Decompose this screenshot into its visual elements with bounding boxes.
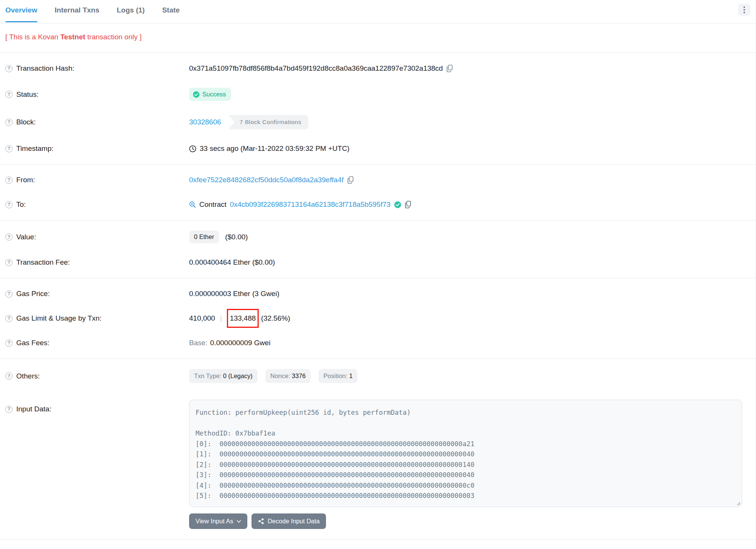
block-number-link[interactable]: 30328606 [189, 118, 221, 126]
transaction-hash-value: 0x371a51097fb78df856f8b4a7bd459f192d8cc8… [189, 64, 443, 73]
footer-divider [0, 539, 756, 549]
row-to: ? To: Contract 0x4cb093f226983713164a621… [0, 199, 756, 210]
tabs: Overview Internal Txns Logs (1) State [5, 6, 197, 22]
zoom-in-icon[interactable] [189, 201, 196, 208]
row-others: ? Others: Txn Type: 0 (Legacy) Nonce: 33… [0, 369, 756, 383]
row-gas-fees: ? Gas Fees: Base: 0.000000009 Gwei [0, 338, 756, 348]
notice-bold: Testnet [60, 33, 85, 41]
kebab-icon [744, 6, 745, 8]
usd-value: ($0.00) [225, 233, 248, 241]
tab-internal-txns[interactable]: Internal Txns [55, 6, 99, 22]
help-icon[interactable]: ? [5, 233, 12, 240]
row-label: Block: [16, 118, 36, 126]
row-label: Gas Fees: [16, 339, 50, 347]
check-circle-icon [193, 91, 200, 98]
gas-limit-value: 410,000 [189, 314, 215, 323]
notice-suffix: transaction only ] [85, 33, 142, 41]
status-text: Success [202, 91, 226, 98]
row-transaction-hash: ? Transaction Hash: 0x371a51097fb78df856… [0, 63, 756, 74]
input-data-code: Function: performUpkeep(uint256 id, byte… [196, 408, 736, 501]
view-input-as-button[interactable]: View Input As [189, 513, 247, 529]
copy-icon[interactable] [347, 176, 354, 184]
row-value: ? Value: 0 Ether ($0.00) [0, 231, 756, 243]
help-icon[interactable]: ? [5, 315, 12, 322]
help-icon[interactable]: ? [5, 406, 12, 413]
gas-price-value: 0.000000003 Ether (3 Gwei) [189, 290, 279, 298]
row-label: Status: [16, 90, 39, 99]
help-icon[interactable]: ? [5, 340, 12, 347]
section-value: ? Value: 0 Ether ($0.00) ? Transaction F… [0, 220, 756, 278]
decode-input-data-button[interactable]: Decode Input Data [251, 513, 326, 529]
gas-used-annotation-box: 133,488 [227, 309, 259, 328]
input-data-buttons: View Input As Decode Input Data [189, 513, 742, 529]
gas-used-percent: (32.56%) [261, 314, 290, 323]
input-data-textarea[interactable]: Function: performUpkeep(uint256 id, byte… [189, 400, 742, 507]
row-gas-price: ? Gas Price: 0.000000003 Ether (3 Gwei) [0, 288, 756, 299]
row-from: ? From: 0xfee7522e8482682cf50ddc50a0f8da… [0, 175, 756, 185]
row-label: Input Data: [16, 405, 51, 413]
row-input-data: ? Input Data: Function: performUpkeep(ui… [0, 400, 756, 529]
row-label: From: [16, 176, 35, 184]
txn-type-badge: Txn Type: 0 (Legacy) [189, 369, 258, 383]
more-options-button[interactable] [738, 4, 750, 16]
chevron-down-icon [237, 520, 241, 523]
row-timestamp: ? Timestamp: 33 secs ago (Mar-11-2022 03… [0, 143, 756, 154]
to-address-link[interactable]: 0x4cb093f226983713164a62138c3f718a5b595f… [230, 200, 391, 209]
help-icon[interactable]: ? [5, 119, 12, 126]
help-icon[interactable]: ? [5, 91, 12, 98]
tab-logs[interactable]: Logs (1) [117, 6, 145, 22]
row-label: Transaction Hash: [16, 64, 74, 73]
section-addresses: ? From: 0xfee7522e8482682cf50ddc50a0f8da… [0, 164, 756, 220]
tab-bar: Overview Internal Txns Logs (1) State [0, 0, 756, 23]
row-label: Value: [16, 233, 36, 241]
row-status: ? Status: Success [0, 88, 756, 101]
help-icon[interactable]: ? [5, 65, 12, 72]
copy-icon[interactable] [446, 65, 453, 72]
help-icon[interactable]: ? [5, 290, 12, 298]
help-icon[interactable]: ? [5, 145, 12, 152]
section-gas: ? Gas Price: 0.000000003 Ether (3 Gwei) … [0, 278, 756, 358]
notice-prefix: [ This is a Kovan [5, 33, 60, 41]
transaction-fee-value: 0.000400464 Ether ($0.00) [189, 258, 275, 267]
position-badge: Position: 1 [318, 369, 357, 383]
help-icon[interactable]: ? [5, 201, 12, 208]
decode-icon [258, 518, 264, 524]
nonce-badge: Nonce: 3376 [265, 369, 311, 383]
base-fee-label: Base: [189, 339, 208, 347]
help-icon[interactable]: ? [5, 177, 12, 184]
row-transaction-fee: ? Transaction Fee: 0.000400464 Ether ($0… [0, 257, 756, 268]
base-fee-value: 0.000000009 Gwei [210, 339, 271, 347]
testnet-notice: [ This is a Kovan Testnet transaction on… [0, 23, 756, 53]
block-confirmations-badge: 7 Block Confirmations [228, 115, 308, 129]
row-label: Transaction Fee: [16, 258, 70, 267]
tab-overview[interactable]: Overview [5, 6, 37, 22]
help-icon[interactable]: ? [5, 372, 12, 380]
section-main: ? Transaction Hash: 0x371a51097fb78df856… [0, 53, 756, 164]
row-label: Gas Limit & Usage by Txn: [16, 314, 102, 323]
help-icon[interactable]: ? [5, 259, 12, 266]
section-others: ? Others: Txn Type: 0 (Legacy) Nonce: 33… [0, 358, 756, 539]
gas-separator: | [219, 314, 224, 323]
resize-grip-icon[interactable] [735, 500, 740, 506]
contract-word: Contract [199, 200, 227, 209]
tab-state[interactable]: State [162, 6, 180, 22]
copy-icon[interactable] [405, 201, 411, 208]
verified-check-icon [394, 201, 401, 208]
row-block: ? Block: 30328606 7 Block Confirmations [0, 115, 756, 129]
row-label: To: [16, 200, 26, 209]
clock-icon [189, 145, 196, 152]
row-label: Others: [16, 372, 40, 380]
timestamp-value: 33 secs ago (Mar-11-2022 03:59:32 PM +UT… [200, 144, 349, 153]
row-label: Timestamp: [16, 144, 54, 153]
status-badge: Success [189, 88, 231, 101]
transaction-detail-page: Overview Internal Txns Logs (1) State [ … [0, 0, 756, 549]
row-label: Gas Price: [16, 290, 50, 298]
from-address-link[interactable]: 0xfee7522e8482682cf50ddc50a0f8da2a39effa… [189, 176, 344, 184]
ether-value-pill: 0 Ether [189, 231, 219, 243]
gas-used-value: 133,488 [230, 314, 256, 322]
row-gas-limit-usage: ? Gas Limit & Usage by Txn: 410,000 | 13… [0, 313, 756, 324]
